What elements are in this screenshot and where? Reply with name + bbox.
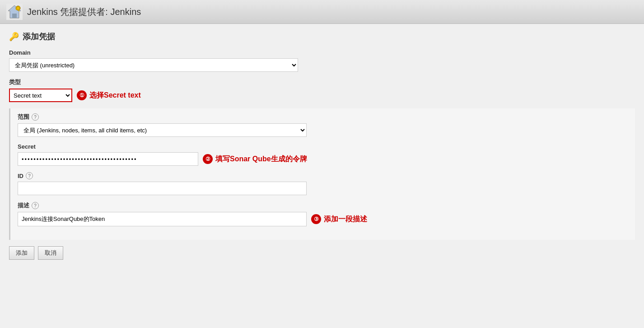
svg-point-4 [17,7,19,9]
id-group: ID ? [18,172,628,195]
scope-label-row: 范围 ? [18,113,628,121]
svg-rect-2 [12,14,17,18]
description-group: 描述 ? ③ 添加一段描述 [18,201,628,226]
type-label: 类型 [9,78,635,86]
annotation-step-3: ③ 添加一段描述 [311,214,367,224]
header: Jenkins 凭据提供者: Jenkins [0,0,644,24]
scope-select[interactable]: 全局 (Jenkins, nodes, items, all child ite… [18,123,307,137]
desc-label-row: 描述 ? [18,201,628,210]
scoped-section: 范围 ? 全局 (Jenkins, nodes, items, all chil… [9,108,635,240]
svg-rect-6 [19,10,19,11]
scope-group: 范围 ? 全局 (Jenkins, nodes, items, all chil… [18,113,628,137]
add-button[interactable]: 添加 [9,246,34,260]
scope-label: 范围 [18,113,29,121]
step3-text: 添加一段描述 [324,215,367,224]
step2-text: 填写Sonar Qube生成的令牌 [215,155,307,164]
annotation-step-2: ② 填写Sonar Qube生成的令牌 [203,154,307,164]
scope-help-icon[interactable]: ? [32,113,39,121]
svg-rect-5 [16,9,19,10]
id-input[interactable] [18,182,307,195]
secret-label: Secret [18,143,628,150]
step2-circle: ② [203,154,213,164]
cancel-button[interactable]: 取消 [38,246,63,260]
jenkins-logo-icon [6,4,23,20]
desc-help-icon[interactable]: ? [32,202,39,209]
header-title: Jenkins 凭据提供者: Jenkins [27,6,141,18]
page-title: 添加凭据 [23,31,55,42]
secret-input-row: ② 填写Sonar Qube生成的令牌 [18,152,628,166]
step3-circle: ③ [311,214,321,224]
domain-label: Domain [9,49,635,56]
desc-input-row: ③ 添加一段描述 [18,212,628,226]
secret-group: Secret ② 填写Sonar Qube生成的令牌 [18,143,628,166]
id-help-icon[interactable]: ? [26,172,33,179]
main-content: 🔑 添加凭据 Domain 全局凭据 (unrestricted) 类型 Sec… [0,24,644,267]
step1-circle: ① [77,90,87,100]
description-input[interactable] [18,212,307,226]
step1-text: 选择Secret text [89,91,141,100]
button-row: 添加 取消 [9,246,635,260]
id-label: ID [18,173,23,179]
type-group: 类型 Secret textUsername with passwordSSH … [9,78,635,102]
description-label: 描述 [18,201,29,210]
form-container: Domain 全局凭据 (unrestricted) 类型 Secret tex… [9,49,635,260]
annotation-step-1: ① 选择Secret text [77,90,141,100]
domain-select[interactable]: 全局凭据 (unrestricted) [9,58,298,72]
type-select[interactable]: Secret textUsername with passwordSSH Use… [9,89,72,102]
id-label-row: ID ? [18,172,628,179]
domain-group: Domain 全局凭据 (unrestricted) [9,49,635,72]
key-icon: 🔑 [9,32,19,42]
page-title-row: 🔑 添加凭据 [9,31,635,42]
secret-input[interactable] [18,152,198,166]
